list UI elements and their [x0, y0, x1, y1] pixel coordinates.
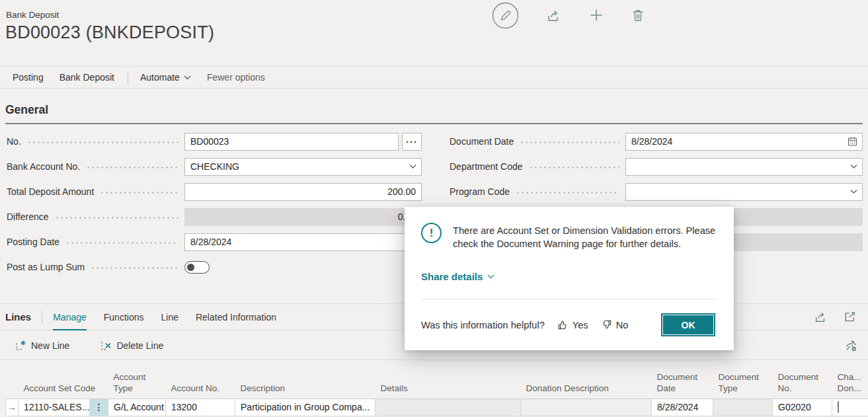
field-row: No. ···	[7, 132, 422, 151]
field-label: Post as Lump Sum	[7, 262, 85, 272]
pin-button[interactable]	[844, 339, 857, 352]
thumb-down-icon	[601, 319, 612, 330]
cell-account-no[interactable]: 13200	[166, 398, 235, 416]
chevron-down-icon	[184, 75, 191, 80]
breadcrumb[interactable]: Bank Deposit	[6, 10, 59, 20]
share-button[interactable]	[546, 8, 561, 23]
edit-button[interactable]	[492, 2, 519, 29]
field-label: Department Code	[450, 161, 523, 172]
menu-posting[interactable]: Posting	[13, 72, 44, 83]
assist-edit-button[interactable]: ···	[402, 133, 422, 151]
field-row: Difference	[7, 208, 422, 226]
field-label: Total Deposit Amount	[7, 186, 94, 197]
dotted-leader	[27, 141, 178, 143]
action-bar: Posting Bank Deposit Automate Fewer opti…	[0, 66, 868, 89]
col-document-date[interactable]: Document Date	[652, 361, 713, 398]
tab-functions[interactable]: Functions	[104, 312, 144, 322]
general-heading-rule	[5, 123, 863, 124]
info-icon: !	[421, 223, 442, 243]
tab-line[interactable]: Line	[161, 312, 178, 322]
dotted-leader	[529, 167, 619, 169]
plus-icon	[589, 8, 604, 22]
cell-document-type[interactable]	[713, 398, 773, 416]
cell-account-set-code[interactable]: 12110-SALES...	[19, 398, 90, 416]
cell-document-no[interactable]: G02020	[773, 398, 832, 416]
col-account-set-code[interactable]: Account Set Code	[19, 361, 108, 398]
cell-details[interactable]	[375, 398, 521, 416]
total-deposit-amount-field[interactable]	[184, 183, 422, 201]
row-indicator-header	[6, 361, 19, 398]
bank-account-no-field[interactable]	[184, 158, 422, 176]
share-details-link[interactable]: Share details	[421, 271, 494, 282]
col-description[interactable]: Description	[235, 361, 375, 398]
lines-divider	[42, 311, 42, 324]
dialog-divider	[421, 299, 717, 299]
open-in-new-window-button[interactable]	[844, 311, 856, 323]
share-lines-button[interactable]	[814, 310, 828, 324]
col-account-type[interactable]: Account Type	[108, 361, 166, 398]
dotted-leader	[65, 242, 178, 244]
field-label: Bank Account No.	[7, 161, 80, 172]
general-section-header: General	[5, 103, 863, 124]
dialog-message: There are Account Set or Dimension Valid…	[453, 223, 725, 250]
lines-heading[interactable]: Lines	[5, 311, 31, 322]
ok-button[interactable]: OK	[662, 315, 714, 335]
col-account-no[interactable]: Account No.	[166, 361, 235, 398]
new-line-button[interactable]: New Line	[15, 340, 69, 352]
menu-bank-deposit[interactable]: Bank Deposit	[59, 72, 114, 83]
dotted-leader	[86, 167, 178, 169]
new-button[interactable]	[589, 8, 604, 22]
chevron-down-icon[interactable]	[409, 165, 416, 169]
menu-fewer-options[interactable]: Fewer options	[207, 72, 265, 83]
delete-button[interactable]	[631, 8, 645, 22]
feedback-no-button[interactable]: No	[601, 319, 629, 330]
col-document-type[interactable]: Document Type	[713, 361, 773, 398]
toggle-knob	[187, 264, 194, 271]
field-label: Document Date	[450, 136, 514, 147]
chevron-down-icon[interactable]	[850, 165, 857, 169]
chevron-down-icon	[487, 274, 494, 279]
dotted-leader	[520, 141, 619, 143]
open-in-new-window-icon	[844, 311, 856, 323]
charity-donation-checkbox[interactable]	[838, 401, 839, 413]
cell-description[interactable]: Participation in Group Compa...	[235, 398, 375, 416]
tab-manage[interactable]: Manage	[53, 312, 87, 322]
posting-date-field[interactable]	[184, 233, 422, 251]
delete-line-icon	[100, 340, 112, 352]
cell-document-date[interactable]: 8/28/2024	[652, 398, 713, 416]
calendar-icon[interactable]	[848, 137, 857, 147]
dotted-leader	[100, 192, 178, 194]
document-date-field[interactable]	[625, 133, 863, 151]
col-document-no[interactable]: Document No.	[773, 361, 832, 398]
post-as-lump-sum-toggle[interactable]	[184, 261, 210, 274]
chevron-down-icon[interactable]	[850, 190, 857, 194]
col-donation-description[interactable]: Donation Description	[521, 361, 652, 398]
field-row: Document Date	[450, 132, 863, 151]
row-more-options-icon[interactable]: ⋮	[90, 398, 108, 416]
general-left-column: No. ··· Bank Account No. Total Deposit A…	[7, 132, 422, 283]
col-details[interactable]: Details	[375, 361, 521, 398]
field-row: Posting Date	[7, 233, 422, 251]
table-header-row: Account Set Code Account Type Account No…	[6, 361, 868, 398]
feedback-yes-button[interactable]: Yes	[557, 319, 588, 330]
field-label: Posting Date	[7, 237, 59, 247]
cell-charity-donation	[832, 398, 868, 416]
department-code-field[interactable]	[625, 158, 863, 176]
program-code-field[interactable]	[625, 183, 863, 201]
delete-line-button[interactable]: Delete Line	[100, 340, 163, 352]
cell-donation-description[interactable]	[521, 398, 652, 416]
cell-account-type[interactable]: G/L Account	[108, 398, 166, 416]
share-icon	[814, 310, 828, 324]
menu-automate[interactable]: Automate	[140, 72, 191, 83]
col-charity-donation[interactable]: Cha... Don...	[832, 361, 868, 398]
menu-divider	[128, 71, 128, 84]
field-row: Post as Lump Sum	[7, 258, 422, 276]
thumb-up-icon	[557, 319, 569, 330]
tab-related-information[interactable]: Related Information	[196, 312, 276, 322]
no-field[interactable]	[184, 133, 399, 151]
field-row: Bank Account No.	[7, 157, 422, 176]
general-heading[interactable]: General	[5, 103, 863, 117]
difference-field	[184, 208, 422, 226]
dotted-leader	[55, 217, 178, 219]
page-title: BD00023 (BNKDEPOSIT)	[5, 22, 214, 43]
